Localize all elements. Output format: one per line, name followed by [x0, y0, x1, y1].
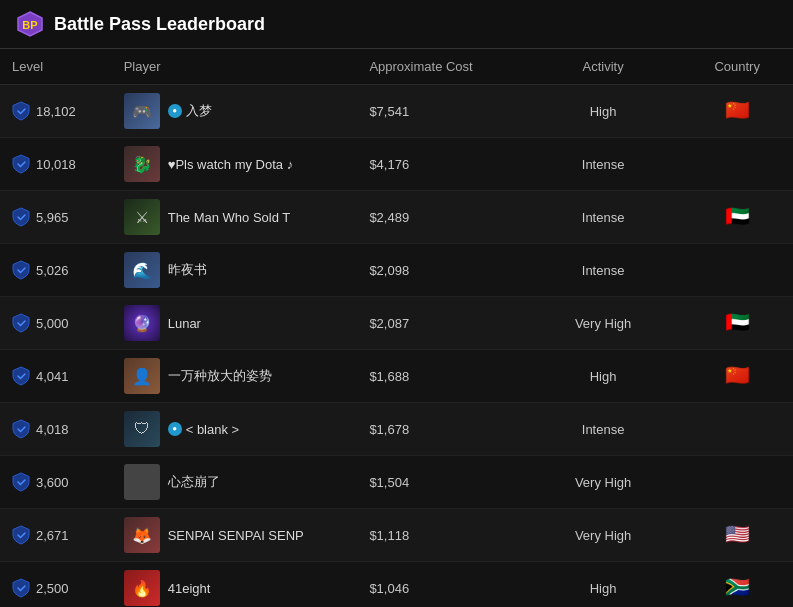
level-cell: 10,018	[0, 138, 112, 191]
player-name: < blank >	[186, 422, 240, 437]
player-name: 41eight	[168, 581, 211, 596]
avatar: 🔮	[124, 305, 160, 341]
table-row: 10,018 🐉 ♥Pls watch my Dota ♪ $4,176Inte…	[0, 138, 793, 191]
avatar: 🎮	[124, 93, 160, 129]
level-cell: 4,018	[0, 403, 112, 456]
level-number: 2,500	[36, 581, 69, 596]
shield-icon	[12, 525, 30, 545]
cost-cell: $1,504	[357, 456, 525, 509]
battle-pass-icon: BP	[16, 10, 44, 38]
flag-icon: 🇺🇸	[725, 526, 749, 542]
level-number: 5,000	[36, 316, 69, 331]
player-cell: 🎮 ● 入梦	[112, 85, 358, 138]
flag-icon: 🇦🇪	[725, 314, 749, 330]
shield-icon	[12, 154, 30, 174]
shield-icon	[12, 207, 30, 227]
cost-cell: $4,176	[357, 138, 525, 191]
activity-cell: High	[525, 562, 681, 608]
col-level: Level	[0, 49, 112, 85]
player-name: The Man Who Sold T	[168, 210, 291, 225]
country-cell: 🇨🇳	[681, 85, 793, 138]
player-cell: 🦊 SENPAI SENPAI SENP	[112, 509, 358, 562]
country-cell: 🇿🇦	[681, 562, 793, 608]
player-badge: ●	[168, 422, 182, 436]
table-row: 5,000 🔮 Lunar $2,087Very High🇦🇪	[0, 297, 793, 350]
table-row: 2,671 🦊 SENPAI SENPAI SENP $1,118Very Hi…	[0, 509, 793, 562]
level-number: 4,018	[36, 422, 69, 437]
shield-icon	[12, 366, 30, 386]
table-row: 18,102 🎮 ● 入梦 $7,541High🇨🇳	[0, 85, 793, 138]
table-header-row: Level Player Approximate Cost Activity C…	[0, 49, 793, 85]
cost-cell: $2,098	[357, 244, 525, 297]
level-cell: 18,102	[0, 85, 112, 138]
table-row: 2,500 🔥 41eight $1,046High🇿🇦	[0, 562, 793, 608]
player-cell: 🐉 ♥Pls watch my Dota ♪	[112, 138, 358, 191]
activity-cell: High	[525, 350, 681, 403]
page-title: Battle Pass Leaderboard	[54, 14, 265, 35]
country-cell: 🇺🇸	[681, 509, 793, 562]
level-cell: 5,965	[0, 191, 112, 244]
flag-icon: 🇿🇦	[725, 579, 749, 595]
activity-cell: Intense	[525, 191, 681, 244]
flag-icon: 🇨🇳	[725, 367, 749, 383]
avatar: 🛡	[124, 411, 160, 447]
country-cell: 🇨🇳	[681, 350, 793, 403]
player-name: 心态崩了	[168, 473, 220, 491]
player-name: Lunar	[168, 316, 201, 331]
level-number: 10,018	[36, 157, 76, 172]
avatar: 🐉	[124, 146, 160, 182]
player-name: ♥Pls watch my Dota ♪	[168, 157, 293, 172]
activity-cell: Very High	[525, 456, 681, 509]
shield-icon	[12, 101, 30, 121]
avatar-placeholder	[124, 464, 160, 500]
country-cell	[681, 138, 793, 191]
country-cell: 🇦🇪	[681, 191, 793, 244]
cost-cell: $1,678	[357, 403, 525, 456]
cost-cell: $1,046	[357, 562, 525, 608]
level-cell: 5,026	[0, 244, 112, 297]
level-number: 3,600	[36, 475, 69, 490]
activity-cell: Intense	[525, 403, 681, 456]
flag-icon: 🇦🇪	[725, 208, 749, 224]
level-cell: 2,500	[0, 562, 112, 608]
level-number: 18,102	[36, 104, 76, 119]
avatar: 🔥	[124, 570, 160, 606]
shield-icon	[12, 419, 30, 439]
table-row: 4,018 🛡 ● < blank > $1,678Intense	[0, 403, 793, 456]
player-cell: ⚔ The Man Who Sold T	[112, 191, 358, 244]
avatar: 🌊	[124, 252, 160, 288]
cost-cell: $1,688	[357, 350, 525, 403]
table-row: 3,600 心态崩了 $1,504Very High	[0, 456, 793, 509]
avatar: ⚔	[124, 199, 160, 235]
cost-cell: $2,489	[357, 191, 525, 244]
player-badge: ●	[168, 104, 182, 118]
player-name: 入梦	[186, 102, 212, 120]
level-number: 5,965	[36, 210, 69, 225]
col-country: Country	[681, 49, 793, 85]
activity-cell: Very High	[525, 297, 681, 350]
flag-icon: 🇨🇳	[725, 102, 749, 118]
country-cell	[681, 456, 793, 509]
shield-icon	[12, 578, 30, 598]
table-row: 5,965 ⚔ The Man Who Sold T $2,489Intense…	[0, 191, 793, 244]
activity-cell: Very High	[525, 509, 681, 562]
level-number: 4,041	[36, 369, 69, 384]
cost-cell: $7,541	[357, 85, 525, 138]
table-row: 4,041 👤 一万种放大的姿势 $1,688High🇨🇳	[0, 350, 793, 403]
shield-icon	[12, 472, 30, 492]
player-cell: 心态崩了	[112, 456, 358, 509]
player-cell: 🔥 41eight	[112, 562, 358, 608]
activity-cell: High	[525, 85, 681, 138]
player-cell: 🌊 昨夜书	[112, 244, 358, 297]
player-name: 昨夜书	[168, 261, 207, 279]
country-cell	[681, 403, 793, 456]
col-player: Player	[112, 49, 358, 85]
player-cell: 👤 一万种放大的姿势	[112, 350, 358, 403]
level-cell: 4,041	[0, 350, 112, 403]
cost-cell: $1,118	[357, 509, 525, 562]
table-row: 5,026 🌊 昨夜书 $2,098Intense	[0, 244, 793, 297]
country-cell	[681, 244, 793, 297]
leaderboard-table: Level Player Approximate Cost Activity C…	[0, 49, 793, 607]
shield-icon	[12, 313, 30, 333]
leaderboard-header: BP Battle Pass Leaderboard	[0, 0, 793, 49]
